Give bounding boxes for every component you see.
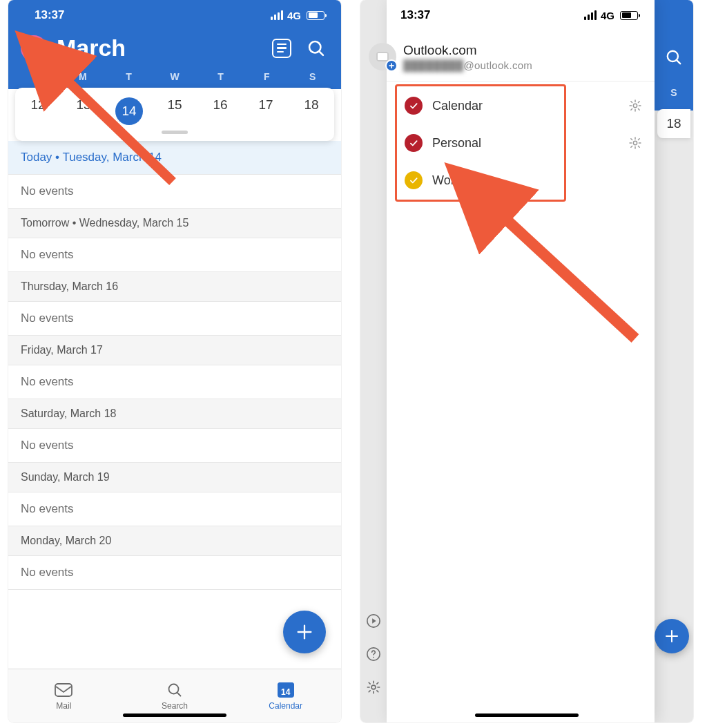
agenda-day-header[interactable]: Today • Tuesday, March 14 <box>8 141 341 175</box>
battery-icon <box>307 11 325 20</box>
date-cell[interactable]: 13 <box>61 97 106 125</box>
tab-calendar[interactable]: 14 Calendar <box>230 669 341 722</box>
weekday-label: W <box>152 71 198 82</box>
tab-search-label: Search <box>162 701 188 711</box>
weekday-row: SMTWTFS <box>8 71 341 89</box>
calendar-list: CalendarPersonalWork <box>387 82 655 204</box>
account-email: ████████@outlook.com <box>403 59 532 71</box>
signal-icon <box>584 10 597 20</box>
calendar-name: Personal <box>432 136 619 151</box>
date-cell[interactable]: 14 <box>106 97 152 125</box>
calendar-item[interactable]: Calendar <box>387 87 655 124</box>
date-cell[interactable]: 17 <box>243 97 289 125</box>
status-bar: 13:37 4G <box>8 0 341 30</box>
no-events-row: No events <box>8 365 341 399</box>
status-time: 13:37 <box>35 8 64 22</box>
calendar-item[interactable]: Personal <box>387 124 655 162</box>
network-label: 4G <box>287 10 301 21</box>
tab-mail[interactable]: Mail <box>8 669 119 722</box>
status-time: 13:37 <box>400 8 430 22</box>
weekday-label: S <box>289 71 336 82</box>
plus-icon <box>295 622 314 642</box>
date-cell[interactable]: 12 <box>15 97 61 125</box>
agenda-day-header[interactable]: Tomorrow • Wednesday, March 15 <box>8 209 341 238</box>
date-cell[interactable]: 18 <box>289 97 334 125</box>
search-button[interactable] <box>304 36 329 61</box>
home-indicator[interactable] <box>123 713 226 717</box>
plus-icon <box>664 628 680 644</box>
calendar-name: Work <box>432 173 642 188</box>
svg-point-14 <box>373 657 374 658</box>
calendar-checkbox[interactable] <box>405 134 423 152</box>
gear-icon <box>628 136 642 150</box>
date-cell[interactable]: 18 <box>657 109 690 138</box>
calendar-icon: 14 <box>276 682 296 698</box>
background-calendar-sliver: S 18 <box>655 0 693 722</box>
calendars-panel: 13:37 4G + Outlook.com ████████@outlook.… <box>387 0 655 722</box>
settings-icon[interactable] <box>366 680 381 695</box>
svg-point-16 <box>633 104 637 107</box>
svg-point-15 <box>371 685 376 689</box>
status-bar: 13:37 4G <box>387 0 655 30</box>
agenda-day-header[interactable]: Friday, March 17 <box>8 336 341 365</box>
svg-point-17 <box>633 141 637 144</box>
svg-line-1 <box>319 51 323 55</box>
help-icon[interactable] <box>366 646 381 662</box>
agenda-view-button[interactable] <box>269 36 294 61</box>
tab-calendar-label: Calendar <box>269 701 302 711</box>
month-title[interactable]: March <box>57 35 260 61</box>
account-avatar[interactable]: + <box>369 43 396 70</box>
agenda-day-header[interactable]: Thursday, March 16 <box>8 272 341 302</box>
new-event-button[interactable] <box>655 619 689 653</box>
add-account-badge[interactable]: + <box>385 59 398 72</box>
status-right: 4G <box>271 10 325 21</box>
annotation-arrow <box>469 186 649 352</box>
check-icon <box>409 175 418 185</box>
account-header[interactable]: + Outlook.com ████████@outlook.com <box>387 43 655 82</box>
agenda-icon <box>272 39 291 58</box>
tab-mail-label: Mail <box>56 701 71 711</box>
agenda-list[interactable]: Today • Tuesday, March 14No eventsTomorr… <box>8 141 341 669</box>
week-dates-card[interactable]: 12131415161718 <box>15 88 334 141</box>
play-icon[interactable] <box>366 613 381 629</box>
redacted-text: ████████ <box>403 59 463 71</box>
mail-icon <box>54 682 73 698</box>
gear-icon <box>628 99 642 113</box>
svg-line-6 <box>177 692 181 696</box>
network-label: 4G <box>601 10 614 21</box>
home-indicator[interactable] <box>475 713 579 717</box>
calendar-name: Calendar <box>432 99 619 113</box>
weekday-label: F <box>244 71 290 82</box>
calendar-item[interactable]: Work <box>387 162 655 199</box>
agenda-day-header[interactable]: Sunday, March 19 <box>8 463 341 492</box>
check-icon <box>409 138 418 148</box>
no-events-row: No events <box>8 556 341 590</box>
weekday-label: S <box>670 87 677 98</box>
calendar-app-screen: 13:37 4G D March SMTWTFS 1213141 <box>8 0 341 722</box>
date-cell[interactable]: 15 <box>152 97 197 125</box>
signal-icon <box>271 10 283 20</box>
calendar-settings-button[interactable] <box>628 136 642 150</box>
calendar-sidebar-screen: S 18 13:37 4G <box>360 0 693 722</box>
rail-bottom-icons <box>360 613 387 695</box>
svg-rect-4 <box>55 684 72 696</box>
agenda-day-header[interactable]: Saturday, March 18 <box>8 399 341 429</box>
no-events-row: No events <box>8 429 341 463</box>
no-events-row: No events <box>8 238 341 272</box>
calendar-checkbox[interactable] <box>405 171 423 189</box>
profile-avatar[interactable]: D <box>21 35 47 61</box>
search-button[interactable] <box>665 48 683 66</box>
drag-handle[interactable] <box>162 131 188 134</box>
calendar-settings-button[interactable] <box>628 99 642 113</box>
date-cell[interactable]: 16 <box>197 97 243 125</box>
date-row: 12131415161718 <box>15 97 334 125</box>
weekday-label: M <box>60 71 106 82</box>
weekday-label: T <box>197 71 244 82</box>
agenda-day-header[interactable]: Monday, March 20 <box>8 526 341 556</box>
check-icon <box>409 101 418 111</box>
calendar-checkbox[interactable] <box>405 97 423 115</box>
new-event-button[interactable] <box>283 611 326 653</box>
svg-line-18 <box>493 207 635 338</box>
no-events-row: No events <box>8 302 341 336</box>
search-icon <box>165 682 184 698</box>
